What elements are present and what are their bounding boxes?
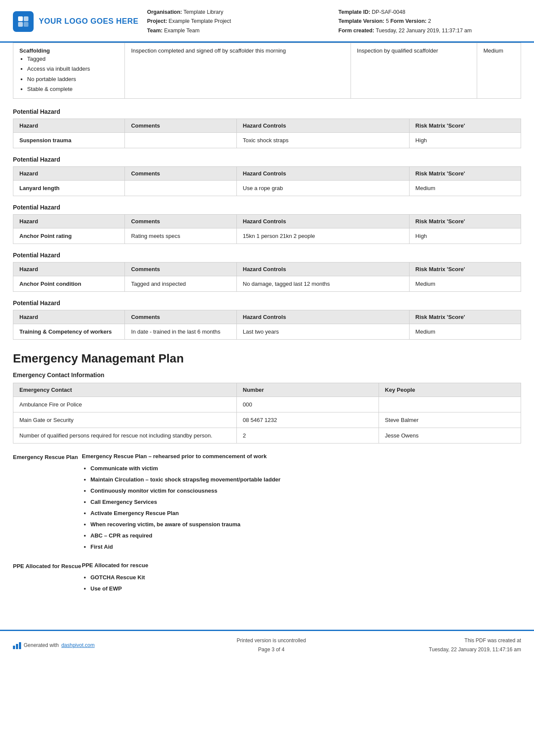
emergency-main-title: Emergency Managemant Plan	[13, 352, 521, 366]
header-col-left: Organisation: Template Library Project: …	[139, 8, 330, 35]
hazard-section-title-4: Potential Hazard	[13, 252, 521, 259]
contact-col-1: Emergency Contact	[13, 383, 237, 397]
logo-text: YOUR LOGO GOES HERE	[39, 17, 139, 26]
team-row: Team: Example Team	[147, 26, 321, 35]
hazard-5-col-3: Hazard Controls	[236, 310, 409, 324]
hazard-table-3: Hazard Comments Hazard Controls Risk Mat…	[13, 214, 521, 244]
rescue-item-2: Maintain Circulation – toxic shock strap…	[90, 474, 521, 485]
header-meta: Organisation: Template Library Project: …	[139, 8, 521, 35]
scaffolding-title: Scaffolding	[19, 47, 50, 54]
hazard-2-col-2: Comments	[125, 167, 236, 181]
footer-right: This PDF was created at Tuesday, 22 Janu…	[400, 636, 521, 654]
footer-right-line2: Tuesday, 22 January 2019, 11:47:16 am	[400, 645, 521, 654]
hazard-2-col-1: Hazard	[13, 167, 125, 181]
footer-center: Printed version is uncontrolled Page 3 o…	[142, 636, 400, 654]
rescue-plan-content: Emergency Rescue Plan – rehearsed prior …	[82, 453, 521, 553]
footer-center-line1: Printed version is uncontrolled	[142, 636, 400, 645]
rescue-plan-label-text: Emergency Rescue Plan	[13, 454, 78, 460]
hazard-col-3: Hazard Controls	[236, 119, 409, 133]
hazard-table-4: Hazard Comments Hazard Controls Risk Mat…	[13, 262, 521, 292]
hazard-1-comments	[125, 133, 236, 148]
hazard-4-col-4: Risk Matrix 'Score'	[409, 262, 521, 276]
dashpivot-link[interactable]: dashpivot.com	[61, 642, 94, 648]
header-col-right: Template ID: DP-SAF-0048 Template Versio…	[330, 8, 521, 35]
bar-3	[19, 642, 21, 649]
hazard-5-controls: Last two years	[236, 324, 409, 340]
rescue-item-6: When recovering victim, be aware of susp…	[90, 519, 521, 530]
hazard-2-score: Medium	[409, 181, 521, 196]
ppe-section: PPE Allocated for Rescue PPE Allocated f…	[13, 562, 521, 594]
hazard-2-comments	[125, 181, 236, 196]
ppe-label: PPE Allocated for Rescue	[13, 562, 82, 594]
contact-col-3: Key People	[379, 383, 521, 397]
contact-3-name: Number of qualified persons required for…	[13, 428, 237, 444]
hazard-5-name: Training & Competency of workers	[13, 324, 125, 340]
contact-2-people: Steve Balmer	[379, 412, 521, 428]
footer-logo: Generated with dashpivot.com	[13, 641, 95, 649]
contact-section-title: Emergency Contact Information	[13, 372, 521, 378]
contact-1-name: Ambulance Fire or Police	[13, 397, 237, 412]
hazard-2-col-3: Hazard Controls	[236, 167, 409, 181]
footer-generated-text: Generated with	[24, 642, 59, 648]
contact-row-3: Number of qualified persons required for…	[13, 428, 521, 444]
hazard-col-2: Comments	[125, 119, 236, 133]
bar-2	[16, 644, 18, 649]
ppe-list: GOTCHA Rescue Kit Use of EWP	[90, 572, 521, 594]
template-version-row: Template Version: 5 Form Version: 2	[338, 17, 512, 26]
contact-3-number: 2	[236, 428, 379, 444]
hazard-4-name: Anchor Point condition	[13, 276, 125, 292]
hazard-4-controls: No damage, tagged last 12 months	[236, 276, 409, 292]
form-created-row: Form created: Tuesday, 22 January 2019, …	[338, 26, 512, 35]
hazard-3-col-2: Comments	[125, 215, 236, 228]
hazard-col-4: Risk Matrix 'Score'	[409, 119, 521, 133]
rescue-item-3: Continuously monitor victim for consciou…	[90, 485, 521, 497]
contact-col-2: Number	[236, 383, 379, 397]
rescue-plan-list: Communicate with victim Maintain Circula…	[90, 463, 521, 553]
hazard-5-col-1: Hazard	[13, 310, 125, 324]
hazard-3-name: Anchor Point rating	[13, 228, 125, 244]
ppe-item-1: GOTCHA Rescue Kit	[90, 572, 521, 583]
hazard-1-controls: Toxic shock straps	[236, 133, 409, 148]
hazard-4-col-2: Comments	[125, 262, 236, 276]
bar-1	[13, 646, 15, 649]
hazard-table-5: Hazard Comments Hazard Controls Risk Mat…	[13, 310, 521, 340]
hazard-table-2: Hazard Comments Hazard Controls Risk Mat…	[13, 166, 521, 196]
svg-rect-1	[24, 16, 28, 21]
hazard-3-score: High	[409, 228, 521, 244]
logo-icon	[13, 11, 34, 32]
hazard-table-1: Hazard Comments Hazard Controls Risk Mat…	[13, 119, 521, 148]
rescue-plan-section: Emergency Rescue Plan Emergency Rescue P…	[13, 453, 521, 553]
footer: Generated with dashpivot.com Printed ver…	[0, 630, 534, 659]
contact-3-people: Jesse Owens	[379, 428, 521, 444]
hazard-3-col-3: Hazard Controls	[236, 215, 409, 228]
ppe-item-2: Use of EWP	[90, 583, 521, 594]
contact-2-name: Main Gate or Security	[13, 412, 237, 428]
ppe-label-text: PPE Allocated for Rescue	[13, 563, 81, 569]
hazard-5-comments: In date - trained in the last 6 months	[125, 324, 236, 340]
logo-area: YOUR LOGO GOES HERE	[13, 11, 139, 32]
ppe-content: PPE Allocated for rescue GOTCHA Rescue K…	[82, 562, 521, 594]
hazard-4-comments: Tagged and inspected	[125, 276, 236, 292]
template-id-row: Template ID: DP-SAF-0048	[338, 8, 512, 17]
footer-left: Generated with dashpivot.com	[13, 641, 142, 649]
hazard-section-title-1: Potential Hazard	[13, 108, 521, 115]
main-content: Scaffolding Tagged Access via inbuilt la…	[0, 43, 534, 617]
rescue-item-1: Communicate with victim	[90, 463, 521, 474]
hazard-section-title-5: Potential Hazard	[13, 300, 521, 306]
contact-row-2: Main Gate or Security 08 5467 1232 Steve…	[13, 412, 521, 428]
org-row: Organisation: Template Library	[147, 8, 321, 17]
scaffolding-title-cell: Scaffolding Tagged Access via inbuilt la…	[13, 43, 125, 99]
hazard-section-title-2: Potential Hazard	[13, 156, 521, 163]
rescue-item-7: ABC – CPR as required	[90, 530, 521, 541]
hazard-3-col-4: Risk Matrix 'Score'	[409, 215, 521, 228]
scaffolding-item-1: Tagged	[27, 54, 118, 64]
hazard-4-col-1: Hazard	[13, 262, 125, 276]
hazard-5-score: Medium	[409, 324, 521, 340]
hazard-1-score: High	[409, 133, 521, 148]
hazard-5-col-4: Risk Matrix 'Score'	[409, 310, 521, 324]
scaffolding-item-4: Stable & complete	[27, 84, 118, 94]
hazard-2-name: Lanyard length	[13, 181, 125, 196]
contact-1-people	[379, 397, 521, 412]
hazard-3-controls: 15kn 1 person 21kn 2 people	[236, 228, 409, 244]
header: YOUR LOGO GOES HERE Organisation: Templa…	[0, 0, 534, 43]
